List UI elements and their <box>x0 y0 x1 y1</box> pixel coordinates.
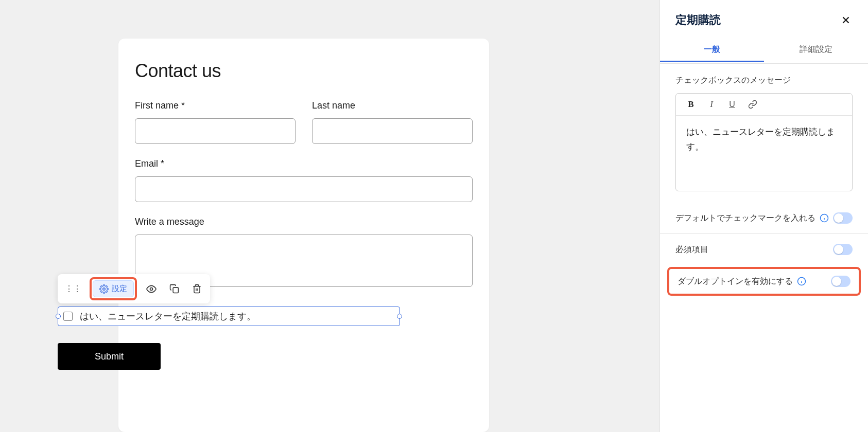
sidebar-title: 定期購読 <box>675 12 721 28</box>
form-card: Contact us First name * Last name Email … <box>118 39 489 432</box>
last-name-field: Last name <box>312 100 473 144</box>
resize-handle-left[interactable] <box>56 314 61 319</box>
required-label: 必須項目 <box>675 243 708 256</box>
form-title: Contact us <box>135 60 473 82</box>
eye-icon <box>146 284 157 294</box>
last-name-input[interactable] <box>312 118 473 144</box>
email-input[interactable] <box>135 176 473 202</box>
element-toolbar: ⋮⋮ 設定 <box>58 274 210 303</box>
duplicate-button[interactable] <box>165 280 183 298</box>
trash-icon <box>192 284 202 294</box>
submit-button[interactable]: Submit <box>58 343 161 370</box>
first-name-field: First name * <box>135 100 296 144</box>
svg-rect-2 <box>173 287 178 293</box>
gear-icon <box>99 284 109 294</box>
svg-point-1 <box>150 287 153 290</box>
close-button[interactable] <box>839 13 853 27</box>
subscription-checkbox-element[interactable]: はい、ニュースレターを定期購読します。 <box>58 307 400 326</box>
checkbox-label: はい、ニュースレターを定期購読します。 <box>80 310 256 322</box>
svg-point-0 <box>103 287 106 290</box>
editor-toolbar: B I U <box>676 94 852 116</box>
copy-icon <box>169 284 179 294</box>
info-icon[interactable] <box>797 277 806 286</box>
tab-general[interactable]: 一般 <box>660 37 764 62</box>
italic-button[interactable]: I <box>706 99 717 110</box>
double-optin-row: ダブルオプトインを有効にする <box>669 269 859 294</box>
email-label: Email * <box>135 158 473 169</box>
close-icon <box>840 14 852 26</box>
editor-content[interactable]: はい、ニュースレターを定期購読します。 <box>676 116 852 191</box>
checkbox-message-label: チェックボックスのメッセージ <box>675 75 853 86</box>
tab-advanced[interactable]: 詳細設定 <box>764 37 868 62</box>
double-optin-highlight: ダブルオプトインを有効にする <box>667 267 861 296</box>
checkbox-message-section: チェックボックスのメッセージ B I U はい、ニュースレターを定期購読します。 <box>660 64 868 203</box>
link-button[interactable] <box>747 99 758 110</box>
checkbox-input[interactable] <box>63 312 73 321</box>
info-icon[interactable] <box>820 213 829 223</box>
visibility-button[interactable] <box>142 280 161 298</box>
bold-button[interactable]: B <box>685 99 697 110</box>
required-row: 必須項目 <box>660 234 868 265</box>
message-label: Write a message <box>135 217 473 227</box>
first-name-input[interactable] <box>135 118 296 144</box>
last-name-label: Last name <box>312 100 473 111</box>
default-checked-label: デフォルトでチェックマークを入れる <box>675 212 815 224</box>
default-checked-toggle[interactable] <box>833 212 853 224</box>
double-optin-label: ダブルオプトインを有効にする <box>678 275 793 287</box>
settings-button-label: 設定 <box>112 284 127 294</box>
double-optin-toggle[interactable] <box>831 276 850 287</box>
default-checked-row: デフォルトでチェックマークを入れる <box>660 203 868 233</box>
selected-element: ⋮⋮ 設定 はい、ニュースレターを定期購読します。 <box>58 274 400 326</box>
email-field: Email * <box>135 158 473 202</box>
rich-text-editor: B I U はい、ニュースレターを定期購読します。 <box>675 93 853 191</box>
delete-button[interactable] <box>187 280 206 298</box>
sidebar-header: 定期購読 <box>660 0 868 37</box>
sidebar-tabs: 一般 詳細設定 <box>660 37 868 63</box>
link-icon <box>748 100 757 109</box>
settings-sidebar: 定期購読 一般 詳細設定 チェックボックスのメッセージ B I U はい、ニュー… <box>659 0 868 432</box>
settings-highlight: 設定 <box>90 277 137 300</box>
resize-handle-right[interactable] <box>397 314 402 319</box>
first-name-label: First name * <box>135 100 296 111</box>
required-toggle[interactable] <box>833 244 853 255</box>
drag-handle-icon[interactable]: ⋮⋮ <box>60 280 86 298</box>
underline-button[interactable]: U <box>726 99 738 110</box>
settings-button[interactable]: 設定 <box>93 280 134 297</box>
